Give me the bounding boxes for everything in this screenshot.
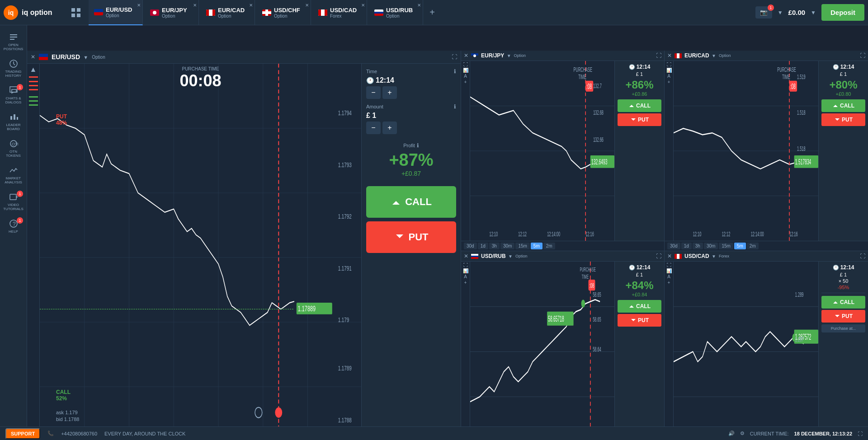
balance-dropdown[interactable]: ▼ bbox=[811, 9, 816, 16]
call-button[interactable]: CALL bbox=[366, 186, 456, 218]
sidebar-item-help[interactable]: ? 1 HELP bbox=[0, 215, 27, 237]
eurjpy-call-btn[interactable]: CALL bbox=[618, 99, 661, 112]
eurjpy-tb-15m[interactable]: 15m bbox=[515, 243, 529, 249]
screenshot-button[interactable]: 📷 1 bbox=[755, 6, 772, 19]
svg-text:PURCHASE: PURCHASE bbox=[574, 66, 592, 73]
eurcad-close[interactable]: ✕ bbox=[667, 52, 672, 59]
tab-usdcad[interactable]: ✕ USD/CAD Forex bbox=[313, 0, 367, 25]
dropdown-arrow[interactable]: ▼ bbox=[778, 9, 783, 16]
bottom-bar: SUPPORT 📞 +442080680760 EVERY DAY, AROUN… bbox=[0, 426, 868, 440]
eurjpy-tool-zoom[interactable]: ⛶ bbox=[463, 62, 468, 67]
video-badge: 1 bbox=[17, 191, 23, 197]
time-minus-btn[interactable]: − bbox=[366, 86, 381, 99]
eurcad-tb-2m[interactable]: 2m bbox=[747, 243, 759, 249]
usdrub-tool-text[interactable]: A bbox=[464, 274, 467, 279]
tab-close-usdcad[interactable]: ✕ bbox=[361, 3, 365, 8]
expand-icon[interactable]: ⛶ bbox=[452, 54, 457, 60]
time-plus-btn[interactable]: + bbox=[382, 86, 397, 99]
eurjpy-dropdown[interactable]: ▼ bbox=[507, 53, 511, 58]
eurjpy-tb-5m[interactable]: 5m bbox=[531, 243, 542, 249]
eurcad-tool-zoom[interactable]: ⛶ bbox=[667, 62, 671, 67]
usdrub-expand[interactable]: ⛶ bbox=[656, 253, 661, 259]
usdcad-close[interactable]: ✕ bbox=[667, 253, 672, 259]
usdrub-call-btn[interactable]: CALL bbox=[618, 300, 661, 313]
put-button[interactable]: PUT bbox=[366, 221, 456, 253]
usdcad-expand[interactable]: ⛶ bbox=[860, 253, 865, 259]
svg-text:1.1791: 1.1791 bbox=[338, 265, 352, 272]
usdcad-dropdown[interactable]: ▼ bbox=[712, 254, 716, 259]
eurcad-call-btn[interactable]: CALL bbox=[821, 99, 865, 112]
eurcad-tb-3h[interactable]: 3h bbox=[693, 243, 703, 249]
fullscreen-icon[interactable]: ⛶ bbox=[858, 431, 863, 436]
tab-close-usdchf[interactable]: ✕ bbox=[305, 3, 309, 8]
usdcad-tool-text[interactable]: A bbox=[667, 274, 670, 279]
eurjpy-expand[interactable]: ⛶ bbox=[656, 52, 661, 59]
eurjpy-time-btns: 30d 1d 3h 30m 15m 5m 2m bbox=[461, 241, 664, 251]
sidebar-item-leaderboard[interactable]: LEADERBOARD bbox=[0, 109, 27, 135]
deposit-button[interactable]: Deposit bbox=[821, 4, 864, 21]
eurjpy-close[interactable]: ✕ bbox=[464, 52, 468, 59]
usdcad-tool-chart[interactable]: 📊 bbox=[666, 268, 672, 273]
eurjpy-tool-chart[interactable]: 📊 bbox=[463, 68, 468, 73]
grid-layout-button[interactable] bbox=[69, 5, 83, 20]
eurcad-tb-5m[interactable]: 5m bbox=[734, 243, 746, 249]
eurcad-tool-cursor[interactable]: + bbox=[668, 80, 670, 84]
eurcad-tool-chart[interactable]: 📊 bbox=[666, 68, 672, 73]
sidebar-item-otn[interactable]: OTN OTNTOKENS bbox=[0, 136, 27, 161]
usdcad-purchase-btn[interactable]: Purchase at... bbox=[821, 324, 865, 332]
eurjpy-tb-30m[interactable]: 30m bbox=[500, 243, 514, 249]
settings-icon[interactable]: ⚙ bbox=[740, 431, 745, 436]
sidebar-item-market-analysis[interactable]: MARKETANALYSIS bbox=[0, 162, 27, 188]
eurcad-tb-1d[interactable]: 1d bbox=[681, 243, 692, 249]
usdcad-put-btn[interactable]: PUT bbox=[821, 310, 865, 323]
amount-plus-btn[interactable]: + bbox=[382, 122, 397, 134]
usdcad-call-btn[interactable]: CALL bbox=[821, 296, 865, 309]
tab-usdrub[interactable]: ✕ USD/RUB Option bbox=[369, 0, 423, 25]
sidebar-item-trading-history[interactable]: TRADINGHISTORY bbox=[0, 56, 27, 81]
eurjpy-tb-2m[interactable]: 2m bbox=[543, 243, 555, 249]
eurjpy-tool-text[interactable]: A bbox=[464, 74, 467, 79]
eurcad-dropdown[interactable]: ▼ bbox=[712, 53, 716, 58]
eurcad-tb-30m[interactable]: 30m bbox=[704, 243, 718, 249]
tab-close-eurusd[interactable]: ✕ bbox=[137, 3, 141, 8]
eurjpy-tb-3h[interactable]: 3h bbox=[489, 243, 500, 249]
usdrub-tool-zoom[interactable]: ⛶ bbox=[463, 262, 468, 267]
amount-minus-btn[interactable]: − bbox=[366, 122, 381, 134]
eurcad-tb-30d[interactable]: 30d bbox=[667, 243, 680, 249]
tab-close-eurjpy[interactable]: ✕ bbox=[193, 3, 197, 8]
support-button[interactable]: SUPPORT bbox=[5, 428, 40, 439]
eurcad-put-btn[interactable]: PUT bbox=[821, 113, 865, 126]
eurjpy-tool-cursor[interactable]: + bbox=[464, 80, 467, 84]
tab-usdchf[interactable]: ✕ USD/CHF Option bbox=[257, 0, 311, 25]
eurcad-tb-15m[interactable]: 15m bbox=[719, 243, 733, 249]
tab-close-eurcad[interactable]: ✕ bbox=[249, 3, 253, 8]
sound-icon[interactable]: 🔊 bbox=[728, 431, 735, 436]
main-pair-dropdown[interactable]: ▼ bbox=[83, 55, 88, 60]
tab-eurjpy[interactable]: ✕ EUR/JPY Option bbox=[145, 0, 199, 25]
usdcad-amount: £ 1 bbox=[840, 272, 847, 277]
eurjpy-put-btn[interactable]: PUT bbox=[618, 113, 661, 126]
usdrub-put-btn[interactable]: PUT bbox=[618, 314, 661, 327]
sidebar-item-open-positions[interactable]: OPENPOSITIONS bbox=[0, 29, 27, 55]
usdrub-close[interactable]: ✕ bbox=[464, 253, 468, 259]
amount-info-icon[interactable]: ℹ bbox=[454, 103, 456, 110]
add-tab-button[interactable]: + bbox=[425, 5, 439, 20]
eurcad-tool-text[interactable]: A bbox=[667, 74, 670, 79]
usdrub-dropdown[interactable]: ▼ bbox=[508, 254, 513, 259]
eurcad-expand[interactable]: ⛶ bbox=[860, 52, 865, 59]
usdcad-tool-cursor[interactable]: + bbox=[668, 280, 670, 285]
svg-text:1.1792: 1.1792 bbox=[338, 213, 352, 220]
eurjpy-tb-1d[interactable]: 1d bbox=[478, 243, 488, 249]
profit-info-icon[interactable]: ℹ bbox=[417, 142, 419, 149]
tab-eurcad[interactable]: ✕ EUR/CAD Option bbox=[201, 0, 255, 25]
time-info-icon[interactable]: ℹ bbox=[454, 68, 456, 75]
usdrub-tool-chart[interactable]: 📊 bbox=[463, 268, 468, 273]
sidebar-item-video-tutorials[interactable]: 1 VIDEOTUTORIALS bbox=[0, 189, 27, 215]
tab-close-usdrub[interactable]: ✕ bbox=[417, 3, 421, 8]
usdrub-tool-cursor[interactable]: + bbox=[464, 280, 467, 285]
tab-eurusd[interactable]: ✕ EUR/USD Option bbox=[89, 0, 143, 25]
usdcad-tool-zoom[interactable]: ⛶ bbox=[667, 262, 671, 267]
main-chart-close[interactable]: ✕ bbox=[31, 54, 35, 60]
eurjpy-tb-30d[interactable]: 30d bbox=[464, 243, 477, 249]
sidebar-item-chats[interactable]: 1 CHATS &DIALOGS bbox=[0, 82, 27, 108]
